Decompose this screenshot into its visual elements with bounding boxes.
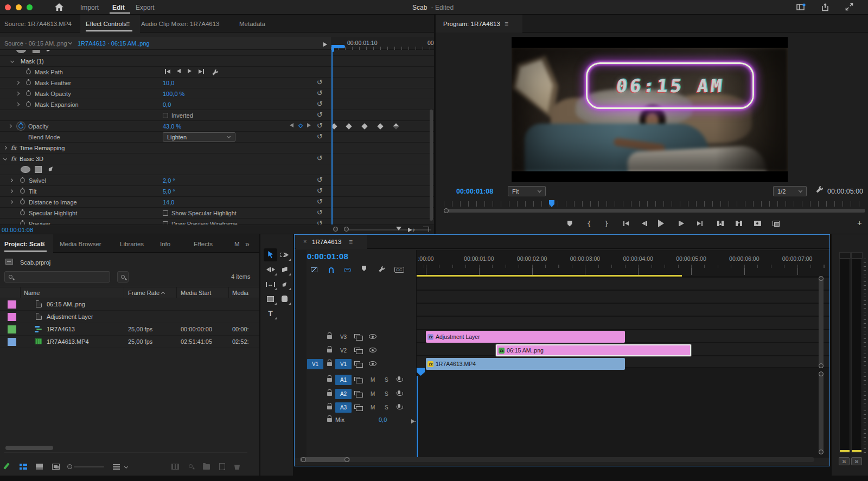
param-value[interactable]: 43,0 % xyxy=(163,123,181,130)
solo-button[interactable]: S xyxy=(385,377,388,383)
tab-import[interactable]: Import xyxy=(80,4,99,11)
automate-sequence-icon[interactable] xyxy=(171,464,179,470)
new-item-icon[interactable] xyxy=(219,463,225,470)
reset-icon[interactable]: ↺ xyxy=(317,187,323,195)
timeline-v-scrollbar-audio[interactable] xyxy=(819,373,824,454)
v-scroll-knob-1[interactable] xyxy=(819,276,824,281)
rect-mask-icon[interactable] xyxy=(35,166,42,173)
mix-value[interactable]: 0,0 xyxy=(379,416,387,423)
ec-bottom-timecode[interactable]: 00:00:01:08 xyxy=(2,227,33,233)
toggle-effects-icon[interactable] xyxy=(423,227,429,232)
v-scroll-knob-4[interactable] xyxy=(819,450,824,454)
ellipse-mask-icon[interactable] xyxy=(21,166,30,173)
ec-playhead-line[interactable] xyxy=(331,46,333,225)
go-to-in-button[interactable] xyxy=(621,219,631,228)
project-row-adjustment-layer[interactable]: Adjustment Layer xyxy=(0,311,259,323)
tab-program-monitor[interactable]: Program: 1R7A4613 xyxy=(443,21,500,27)
stopwatch-icon[interactable] xyxy=(20,178,25,183)
solo-button-left[interactable]: S xyxy=(839,457,850,465)
track-target-a2[interactable]: A2 xyxy=(335,389,352,399)
mark-in-button[interactable]: { xyxy=(584,219,595,228)
track-lock-icon[interactable] xyxy=(327,349,332,352)
chevron-right-icon[interactable] xyxy=(9,178,13,182)
track-lock-icon[interactable] xyxy=(327,335,332,339)
chevron-right-icon[interactable] xyxy=(16,92,20,95)
track-select-forward-tool[interactable] xyxy=(278,248,291,261)
sort-icon[interactable] xyxy=(113,464,120,470)
list-view-icon[interactable] xyxy=(20,463,27,470)
play-button[interactable] xyxy=(655,219,666,228)
sort-ascending-icon[interactable] xyxy=(161,292,165,296)
track-mask-forward-one-button[interactable] xyxy=(199,69,204,74)
step-forward-button[interactable] xyxy=(676,219,687,228)
track-target-a3[interactable]: A3 xyxy=(335,402,352,413)
mark-out-button[interactable]: } xyxy=(601,219,612,228)
timeline-playhead-head[interactable] xyxy=(417,368,425,376)
traffic-minimize-button[interactable] xyxy=(16,4,22,10)
column-name[interactable]: Name xyxy=(24,290,40,296)
sync-lock-icon[interactable] xyxy=(354,334,360,338)
timeline-ruler[interactable]: :00:0000:00:01:0000:00:02:0000:00:03:000… xyxy=(417,250,829,265)
workspaces-icon[interactable] xyxy=(796,3,806,12)
clip-1r7a4613-mp4[interactable]: fx1R7A4613.MP4 xyxy=(426,358,625,370)
track-mask-backward-one-button[interactable] xyxy=(165,69,170,74)
chevron-right-icon[interactable] xyxy=(9,200,13,204)
media-color-swatch[interactable] xyxy=(8,325,16,334)
icon-view-icon[interactable] xyxy=(36,464,43,470)
ec-zoom-slider-handle-left[interactable] xyxy=(333,227,338,232)
track-lock-icon[interactable] xyxy=(327,378,332,382)
checkbox[interactable] xyxy=(163,210,168,216)
h-zoom-knob-right[interactable] xyxy=(344,457,349,462)
sync-lock-icon[interactable] xyxy=(354,405,360,409)
project-row-06-15-am-png[interactable]: 06:15 AM..png xyxy=(0,298,259,311)
program-panel-menu-icon[interactable]: ≡ xyxy=(505,20,508,28)
zoom-slider-handle[interactable] xyxy=(67,464,72,469)
track-target-v1[interactable]: V1 xyxy=(335,359,352,369)
mute-button[interactable]: M xyxy=(371,391,375,397)
stopwatch-icon[interactable] xyxy=(26,80,31,85)
param-value[interactable]: 100,0 % xyxy=(163,91,184,97)
column-frame-rate[interactable]: Frame Rate xyxy=(128,290,159,296)
ec-play-indicator-icon[interactable] xyxy=(323,41,327,47)
checkbox[interactable] xyxy=(163,113,168,118)
freeform-view-icon[interactable] xyxy=(52,464,60,470)
track-target-a1[interactable]: A1 xyxy=(335,375,352,385)
traffic-zoom-button[interactable] xyxy=(27,4,33,10)
stopwatch-icon[interactable] xyxy=(26,102,31,107)
chevron-right-icon[interactable] xyxy=(3,146,7,150)
reset-icon[interactable]: ↺ xyxy=(317,176,323,184)
pen-tool[interactable] xyxy=(278,278,291,291)
timeline-v-scrollbar-video[interactable] xyxy=(819,277,824,368)
ripple-edit-tool[interactable] xyxy=(264,263,277,276)
go-to-out-button[interactable] xyxy=(694,219,705,228)
sync-lock-icon[interactable] xyxy=(354,348,360,352)
track-lock-icon[interactable] xyxy=(327,418,332,422)
ec-mini-ruler[interactable]: 00:00:01:10 00 xyxy=(331,37,434,50)
tab-effects[interactable]: Effects xyxy=(194,241,213,247)
ec-clip-label[interactable]: 1R7A4613 · 06:15 AM..png xyxy=(78,40,150,47)
playback-resolution-select[interactable]: 1/2 xyxy=(773,186,807,196)
clip-adjustment-layer[interactable]: fxAdjustment Layer xyxy=(426,331,625,343)
media-color-swatch[interactable] xyxy=(8,313,16,321)
timeline-tab-close-icon[interactable]: × xyxy=(303,238,307,245)
stopwatch-icon[interactable] xyxy=(20,200,25,204)
pan-bowtie-icon[interactable] xyxy=(411,418,416,422)
chevron-right-icon[interactable] xyxy=(16,81,20,85)
reset-icon[interactable]: ↺ xyxy=(317,89,323,97)
clip-06-15-am-png[interactable]: fx06:15 AM..png xyxy=(496,344,691,356)
new-bin-icon[interactable] xyxy=(203,464,210,470)
step-back-button[interactable] xyxy=(639,219,650,228)
find-icon[interactable] xyxy=(189,464,193,468)
delete-icon[interactable] xyxy=(234,464,240,470)
project-row-1r7a4613[interactable]: 1R7A461325,00 fps00:00:00:0000:00: xyxy=(0,323,259,336)
param-value[interactable]: 0,0 xyxy=(163,101,171,108)
home-icon[interactable] xyxy=(54,3,64,12)
rectangle-tool[interactable] xyxy=(264,292,277,305)
reset-icon[interactable]: ↺ xyxy=(317,155,323,162)
comparison-view-button[interactable] xyxy=(770,219,781,228)
add-marker-button[interactable] xyxy=(564,219,575,228)
tab-effect-controls[interactable]: Effect Controls xyxy=(86,21,126,27)
column-media-start[interactable]: Media Start xyxy=(181,290,211,296)
v-scroll-knob-3[interactable] xyxy=(819,371,824,376)
slip-tool[interactable]: ↔ xyxy=(264,278,277,291)
